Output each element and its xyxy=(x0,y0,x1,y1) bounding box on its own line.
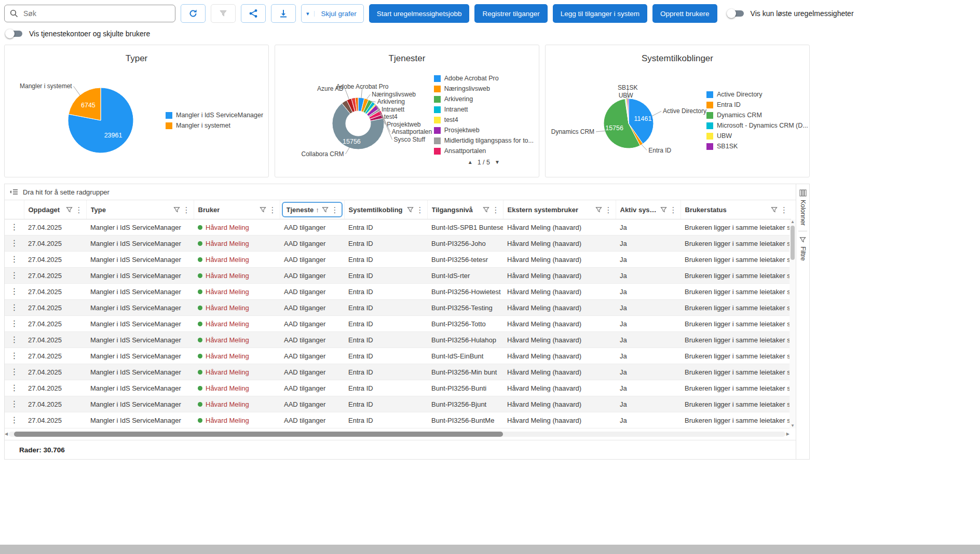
table-row[interactable]: ⋮27.04.2025Mangler i IdS ServiceManagerH… xyxy=(5,300,791,316)
start-irregularity-job-button[interactable]: Start uregelmessighetsjobb xyxy=(369,4,470,23)
row-menu-icon[interactable]: ⋮ xyxy=(9,351,20,360)
cell-menu[interactable]: ⋮ xyxy=(5,268,24,284)
show-solved-toggle[interactable] xyxy=(727,9,745,18)
column-header-oppdaget[interactable]: Oppdaget⋮ xyxy=(24,200,86,219)
cell-menu[interactable]: ⋮ xyxy=(5,316,24,332)
table-row[interactable]: ⋮27.04.2025Mangler i IdS ServiceManagerH… xyxy=(5,412,791,428)
filter-icon[interactable] xyxy=(771,206,778,213)
search-input[interactable] xyxy=(22,9,170,18)
cell-menu[interactable]: ⋮ xyxy=(5,364,24,380)
search-box[interactable] xyxy=(4,5,175,22)
cell-ekstern: Håvard Meling (haavard) xyxy=(503,364,616,380)
cell-tjeneste: AAD tilganger xyxy=(280,412,344,428)
scroll-up-icon[interactable]: ▲ xyxy=(791,219,795,225)
filter-icon[interactable] xyxy=(260,206,266,213)
table-row[interactable]: ⋮27.04.2025Mangler i IdS ServiceManagerH… xyxy=(5,380,791,396)
column-menu-icon[interactable]: ⋮ xyxy=(330,206,340,214)
vertical-scrollbar-thumb[interactable] xyxy=(791,226,795,260)
register-access-button[interactable]: Registrer tilganger xyxy=(474,4,547,23)
filter-icon[interactable] xyxy=(407,206,414,213)
row-menu-icon[interactable]: ⋮ xyxy=(9,416,20,424)
table-row[interactable]: ⋮27.04.2025Mangler i IdS ServiceManagerH… xyxy=(5,284,791,300)
table-row[interactable]: ⋮27.04.2025Mangler i IdS ServiceManagerH… xyxy=(5,268,791,284)
legend-item: Microsoft - Dynamics CRM (D... xyxy=(706,122,808,129)
row-menu-icon[interactable]: ⋮ xyxy=(9,287,20,296)
download-button[interactable] xyxy=(271,4,296,23)
cell-menu[interactable]: ⋮ xyxy=(5,252,24,268)
cell-menu[interactable]: ⋮ xyxy=(5,332,24,348)
service-accounts-toggle-label: Vis tjenestekontoer og skjulte brukere xyxy=(29,30,150,38)
filter-icon[interactable] xyxy=(483,206,489,213)
column-header-tjeneste[interactable]: Tjeneste↑⋮ xyxy=(280,200,344,219)
column-menu-icon[interactable]: ⋮ xyxy=(415,206,425,214)
table-row[interactable]: ⋮27.04.2025Mangler i IdS ServiceManagerH… xyxy=(5,364,791,380)
column-menu-icon[interactable]: ⋮ xyxy=(604,206,614,214)
column-menu-icon[interactable]: ⋮ xyxy=(74,206,84,214)
horizontal-scrollbar[interactable]: ◀ ▶ xyxy=(5,430,790,438)
row-menu-icon[interactable]: ⋮ xyxy=(9,255,20,264)
refresh-button[interactable] xyxy=(181,4,206,23)
pager-up-icon[interactable]: ▲ xyxy=(468,160,473,165)
scroll-right-icon[interactable]: ▶ xyxy=(786,432,790,437)
cell-menu[interactable]: ⋮ xyxy=(5,380,24,396)
filter-icon[interactable] xyxy=(322,206,329,213)
row-menu-icon[interactable]: ⋮ xyxy=(9,319,20,328)
column-header-type[interactable]: Type⋮ xyxy=(86,200,194,219)
scroll-down-icon[interactable]: ▼ xyxy=(791,423,795,428)
cell-menu[interactable]: ⋮ xyxy=(5,219,24,236)
filter-icon[interactable] xyxy=(173,206,180,213)
column-header-systemtilkobling[interactable]: Systemtilkobling⋮ xyxy=(344,200,427,219)
row-menu-icon[interactable]: ⋮ xyxy=(9,367,20,376)
row-menu-icon[interactable]: ⋮ xyxy=(9,383,20,392)
row-menu-icon[interactable]: ⋮ xyxy=(9,223,20,231)
table-row[interactable]: ⋮27.04.2025Mangler i IdS ServiceManagerH… xyxy=(5,236,791,252)
caret-down-icon[interactable]: ▾ xyxy=(302,11,315,17)
create-users-button[interactable]: Opprett brukere xyxy=(652,4,717,23)
column-header-tilgangsniva[interactable]: Tilgangsnivå⋮ xyxy=(427,200,503,219)
filter-icon[interactable] xyxy=(66,206,73,213)
row-menu-icon[interactable]: ⋮ xyxy=(9,303,20,312)
row-menu-icon[interactable]: ⋮ xyxy=(9,335,20,344)
pager-down-icon[interactable]: ▼ xyxy=(495,160,500,165)
column-menu-icon[interactable]: ⋮ xyxy=(182,206,192,214)
share-button[interactable] xyxy=(241,4,266,23)
table-row[interactable]: ⋮27.04.2025Mangler i IdS ServiceManagerH… xyxy=(5,219,791,236)
cell-menu[interactable]: ⋮ xyxy=(5,348,24,364)
column-menu-icon[interactable]: ⋮ xyxy=(669,206,678,214)
table-row[interactable]: ⋮27.04.2025Mangler i IdS ServiceManagerH… xyxy=(5,396,791,412)
legend-swatch xyxy=(706,102,713,108)
filter-icon[interactable] xyxy=(660,206,667,213)
cell-menu[interactable]: ⋮ xyxy=(5,284,24,300)
table-row[interactable]: ⋮27.04.2025Mangler i IdS ServiceManagerH… xyxy=(5,332,791,348)
tab-kolonner[interactable]: Kolonner xyxy=(799,189,807,226)
column-header-ekstern[interactable]: Ekstern systembruker⋮ xyxy=(503,200,616,219)
cell-menu[interactable]: ⋮ xyxy=(5,396,24,412)
column-header-brukerstatus[interactable]: Brukerstatus⋮ xyxy=(680,200,791,219)
vertical-scrollbar[interactable]: ▲ ▼ xyxy=(790,219,796,428)
row-group-drop-zone[interactable]: Dra hit for å sette radgrupper xyxy=(5,184,796,200)
cell-menu[interactable]: ⋮ xyxy=(5,300,24,316)
cell-ekstern: Håvard Meling (haavard) xyxy=(503,219,616,236)
clear-filter-button[interactable] xyxy=(211,4,236,23)
row-menu-icon[interactable]: ⋮ xyxy=(9,399,20,408)
user-name: Håvard Meling xyxy=(206,288,249,296)
column-header-bruker[interactable]: Bruker⋮ xyxy=(194,200,280,219)
row-menu-icon[interactable]: ⋮ xyxy=(9,271,20,280)
service-accounts-toggle[interactable] xyxy=(5,29,24,38)
filter-icon[interactable] xyxy=(595,206,602,213)
scroll-left-icon[interactable]: ◀ xyxy=(5,432,8,437)
table-row[interactable]: ⋮27.04.2025Mangler i IdS ServiceManagerH… xyxy=(5,316,791,332)
row-menu-icon[interactable]: ⋮ xyxy=(9,239,20,247)
cell-menu[interactable]: ⋮ xyxy=(5,412,24,428)
table-row[interactable]: ⋮27.04.2025Mangler i IdS ServiceManagerH… xyxy=(5,252,791,268)
horizontal-scrollbar-thumb[interactable] xyxy=(14,432,503,437)
add-access-in-system-button[interactable]: Legg til tilganger i system xyxy=(553,4,647,23)
hide-charts-button[interactable]: ▾ Skjul grafer xyxy=(301,4,364,23)
column-menu-icon[interactable]: ⋮ xyxy=(779,206,789,214)
tab-filtre[interactable]: Filtre xyxy=(799,237,807,261)
cell-menu[interactable]: ⋮ xyxy=(5,236,24,252)
column-menu-icon[interactable]: ⋮ xyxy=(491,206,501,214)
column-header-aktiv[interactable]: Aktiv syste...⋮ xyxy=(616,200,680,219)
column-menu-icon[interactable]: ⋮ xyxy=(268,206,278,214)
table-row[interactable]: ⋮27.04.2025Mangler i IdS ServiceManagerH… xyxy=(5,348,791,364)
